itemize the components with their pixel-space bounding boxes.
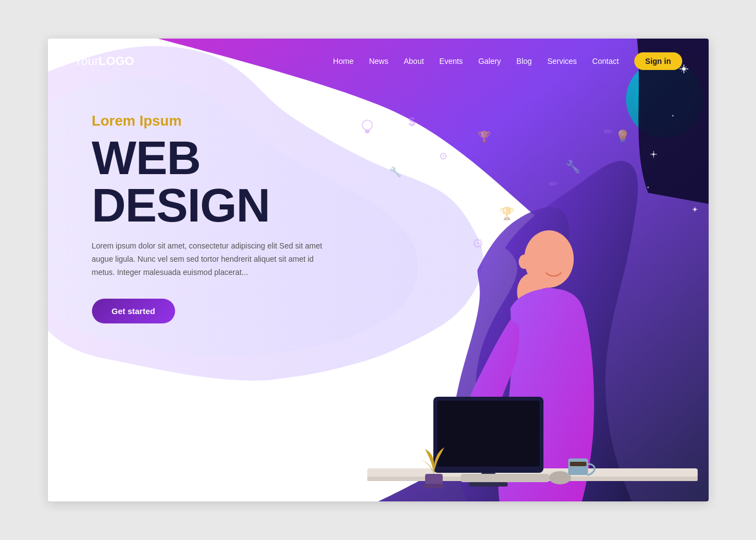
landing-page: $ 🏆 ⚙ ✏ 🔧 $ $ 🏆 ⚙ ⚙ 💡 ✏ 🔧 [48,39,709,501]
svg-rect-43 [568,458,588,475]
nav-link-about[interactable]: About [404,57,424,66]
svg-point-15 [362,120,372,130]
svg-point-5 [672,115,673,117]
hero-title-line1: WEB [92,134,334,181]
nav-item-about[interactable]: About [404,56,424,66]
get-started-button[interactable]: Get started [92,299,175,323]
svg-text:⚙: ⚙ [472,236,484,251]
nav-link-news[interactable]: News [369,57,388,66]
svg-text:🏆: 🏆 [499,206,515,221]
nav-item-services[interactable]: Services [547,56,577,66]
svg-point-6 [647,187,649,188]
svg-text:🔧: 🔧 [389,166,402,178]
logo-text: LOGO [99,54,134,68]
nav-item-contact[interactable]: Contact [592,56,619,66]
nav-link-signin[interactable]: Sign in [634,52,682,70]
navbar: YourLOGO Home News About Events Galery B… [48,39,709,68]
nav-item-news[interactable]: News [369,56,388,66]
hero-title-line2: DESIGN [92,181,334,229]
svg-point-32 [524,230,574,288]
nav-item-blog[interactable]: Blog [516,56,532,66]
hero-title: WEB DESIGN [92,134,334,229]
svg-text:✏: ✏ [549,179,557,190]
hero-description: Lorem ipsum dolor sit amet, consectetur … [92,240,323,279]
nav-link-home[interactable]: Home [333,57,353,66]
svg-text:🔧: 🔧 [565,159,581,174]
svg-text:🏆: 🏆 [477,130,491,143]
nav-link-services[interactable]: Services [547,57,577,66]
nav-link-contact[interactable]: Contact [592,57,619,66]
nav-link-galery[interactable]: Galery [478,57,501,66]
svg-text:⚙: ⚙ [439,151,448,162]
hero-subtitle: Lorem Ipsum [92,112,334,129]
svg-text:$: $ [409,115,415,128]
svg-text:💡: 💡 [615,129,630,144]
svg-rect-46 [424,484,444,488]
svg-text:✏: ✏ [604,126,612,137]
nav-item-events[interactable]: Events [439,56,463,66]
svg-point-33 [519,255,530,269]
svg-rect-38 [437,401,540,467]
nav-link-blog[interactable]: Blog [516,57,532,66]
svg-rect-41 [461,474,549,482]
svg-rect-40 [469,482,508,487]
logo-your: Your [74,54,99,68]
nav-item-signin[interactable]: Sign in [634,56,682,66]
nav-links: Home News About Events Galery Blog Servi… [333,56,682,66]
svg-point-42 [549,471,571,484]
hero-content: Lorem Ipsum WEB DESIGN Lorem ipsum dolor… [48,68,334,323]
svg-rect-44 [570,462,586,466]
logo: YourLOGO [74,54,134,68]
nav-link-events[interactable]: Events [439,57,463,66]
nav-item-home[interactable]: Home [333,56,353,66]
nav-item-galery[interactable]: Galery [478,56,501,66]
